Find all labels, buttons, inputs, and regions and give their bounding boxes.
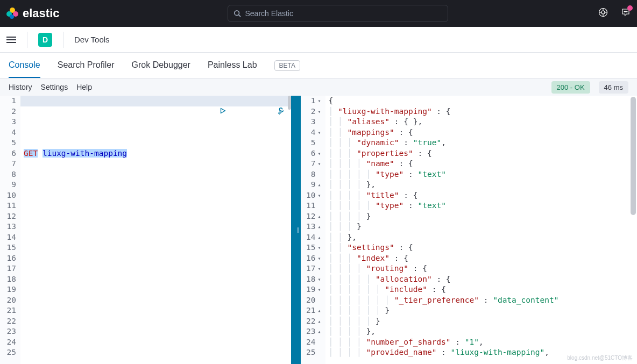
tab-grok-debugger[interactable]: Grok Debugger xyxy=(132,53,190,78)
console-toolbar: History Settings Help 200 - OK 46 ms xyxy=(0,78,637,96)
elastic-logo-icon xyxy=(6,8,18,19)
response-time-badge: 46 ms xyxy=(599,81,628,94)
topbar: elastic Search Elastic xyxy=(0,0,637,27)
request-actions xyxy=(172,96,285,128)
request-active-bar xyxy=(291,96,296,364)
request-editor[interactable]: 1234567891011121314151617181920212223242… xyxy=(0,96,296,364)
notification-dot xyxy=(627,5,633,11)
wrench-icon[interactable] xyxy=(230,96,284,128)
settings-link[interactable]: Settings xyxy=(41,83,68,91)
svg-point-10 xyxy=(627,11,628,12)
history-link[interactable]: History xyxy=(9,83,32,91)
svg-line-1 xyxy=(238,15,240,17)
app-badge[interactable]: D xyxy=(38,33,52,47)
tabs: Console Search Profiler Grok Debugger Pa… xyxy=(0,53,637,78)
nav-toggle-button[interactable] xyxy=(6,35,16,45)
resizer-handle-icon: ‖ xyxy=(297,227,300,233)
divider xyxy=(27,32,27,48)
svg-point-3 xyxy=(601,11,605,14)
divider xyxy=(63,32,63,48)
response-editor[interactable]: 1▾2▾34▾56▾7▾89▴10▾1112▴13▴14▴15▾16▾17▾18… xyxy=(301,96,637,364)
svg-point-8 xyxy=(624,11,625,12)
response-code[interactable]: {│ "liuxg-with-mapping" : {│ │ "aliases"… xyxy=(325,96,637,364)
response-status-badge: 200 - OK xyxy=(551,81,590,94)
response-gutter: 1▾2▾34▾56▾7▾89▴10▾1112▴13▴14▴15▾16▾17▾18… xyxy=(301,96,325,364)
editors: 1234567891011121314151617181920212223242… xyxy=(0,96,637,364)
hamburger-icon xyxy=(6,37,16,43)
help-link[interactable]: Help xyxy=(76,83,92,91)
send-request-icon[interactable] xyxy=(172,96,227,128)
elastic-logo[interactable]: elastic xyxy=(6,6,60,20)
request-gutter: 1234567891011121314151617181920212223242… xyxy=(0,96,20,364)
svg-marker-11 xyxy=(221,108,225,113)
newsfeed-icon[interactable] xyxy=(621,8,631,19)
tab-painless-lab[interactable]: Painless Lab xyxy=(208,53,257,78)
help-icon[interactable] xyxy=(598,8,608,19)
pane-resizer[interactable]: ‖ xyxy=(296,96,301,364)
topbar-right xyxy=(598,8,631,19)
search-placeholder: Search Elastic xyxy=(245,9,293,18)
tab-search-profiler[interactable]: Search Profiler xyxy=(58,53,115,78)
response-scrollbar[interactable] xyxy=(631,97,636,215)
watermark: blog.csdn.net@51CTO博客 xyxy=(567,354,633,362)
brand-text: elastic xyxy=(23,6,60,20)
subbar: D Dev Tools xyxy=(0,27,637,53)
svg-point-0 xyxy=(234,11,239,16)
tab-console[interactable]: Console xyxy=(9,53,40,78)
global-search[interactable]: Search Elastic xyxy=(228,5,448,22)
search-icon xyxy=(233,10,241,17)
page-title: Dev Tools xyxy=(74,35,110,44)
svg-point-9 xyxy=(625,11,626,12)
beta-badge: BETA xyxy=(274,60,300,71)
request-code[interactable]: GET liuxg-with-mappingDELETE index1POST … xyxy=(20,96,296,364)
